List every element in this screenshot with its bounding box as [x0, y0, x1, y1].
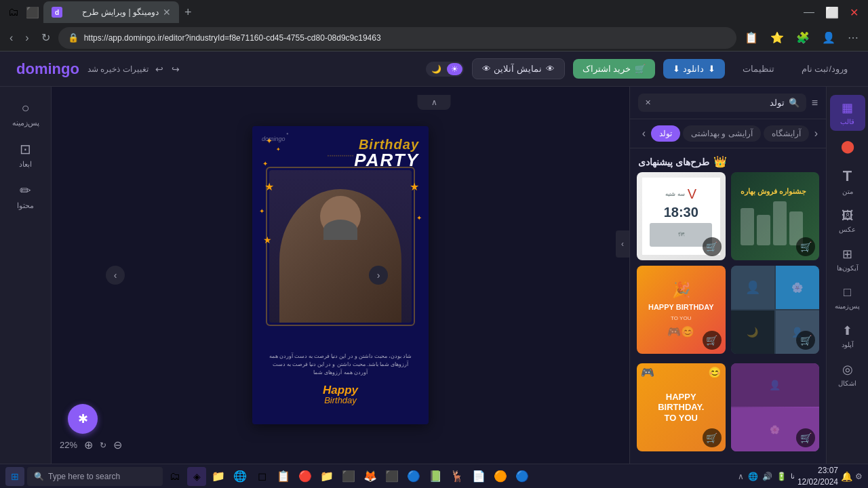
toolbar-background[interactable]: ○ پس‌زمینه [4, 95, 47, 133]
zoom-in-btn[interactable]: ⊕ [81, 437, 96, 453]
taskbar-icon-game[interactable]: 🔴 [296, 467, 315, 486]
tab-pinned-2[interactable]: ⬛ [24, 4, 41, 20]
template-card-4[interactable]: 👤 🌸 🌙 👤 🛒 [731, 266, 820, 354]
toolbar-content[interactable]: ✏ محتوا [4, 177, 47, 216]
toolbar-dimensions[interactable]: ⊡ ابعاد [4, 136, 47, 174]
new-tab-button[interactable]: + [182, 3, 195, 22]
taskbar-icon-terminal[interactable]: ⬛ [339, 467, 358, 486]
favorites-btn[interactable]: ⭐ [766, 28, 788, 47]
emoji-5b: 🎮 [641, 366, 654, 379]
right-item-photo-bg[interactable]: ⬤ [830, 134, 865, 159]
url-box[interactable]: 🔒 https://app.domingo.ir/editor?industry… [58, 27, 736, 49]
right-item-upload[interactable]: ⬆ آپلود [830, 318, 865, 354]
tray-battery[interactable]: 🔋 [776, 472, 787, 481]
right-item-shapes[interactable]: ◎ اشکال [830, 357, 865, 392]
share-btn[interactable]: 🛒 خرید اشتراک [573, 59, 656, 79]
cart-overlay-5[interactable]: 🛒 [703, 428, 722, 447]
maximize-btn[interactable]: ⬜ [821, 3, 843, 22]
template-card-2[interactable]: جشنواره فروش بهاره 🛒 [731, 172, 820, 260]
cart-overlay-3[interactable]: 🛒 [703, 331, 722, 350]
settings-btn[interactable]: تنظیمات [733, 59, 784, 79]
cart-overlay-2[interactable]: 🛒 [796, 237, 815, 256]
taskbar-icon-brave[interactable]: 🦌 [448, 467, 467, 486]
tray-lang[interactable]: نا [791, 472, 795, 480]
right-item-image[interactable]: 🖼 عکس [830, 203, 865, 239]
cat-nav-forward[interactable]: › [639, 125, 648, 142]
extensions-btn[interactable]: 🧩 [792, 28, 814, 47]
template-card-3[interactable]: 🎉 HAPPY BIRTHDAY TO YOU 😊🎮 🛒 [637, 266, 726, 354]
template-card-6[interactable]: 👤 🌸 🛒 [731, 363, 820, 451]
download-btn[interactable]: ⬇ دانلود ⬇ [663, 59, 725, 79]
tray-network[interactable]: 🌐 [748, 472, 758, 481]
filter-btn[interactable]: ≡ [812, 97, 818, 109]
right-item-background[interactable]: □ پس‌زمینه [830, 280, 865, 315]
tray-volume[interactable]: 🔊 [762, 472, 772, 481]
minimize-btn[interactable]: — [800, 3, 818, 21]
taskbar-icon-files[interactable]: 📁 [317, 467, 336, 486]
cat-tab-salon[interactable]: آرایشگاه [764, 125, 809, 142]
right-item-template[interactable]: ▦ قالب [830, 95, 865, 131]
content-icon: ✏ [20, 182, 31, 199]
preview-online-btn[interactable]: 👁 نمایش آنلاین 👁 [472, 58, 564, 79]
undo-btn[interactable]: ↩ [153, 61, 166, 77]
notification-btn[interactable]: 🔔 [841, 471, 852, 482]
taskbar-icon-edge2[interactable]: 🔵 [404, 467, 423, 486]
template-card-5[interactable]: 😊 🎮 HAPPYBIRTHDAY.TO YOU 🛒 [637, 363, 726, 451]
back-btn[interactable]: ‹ [5, 29, 17, 47]
dark-mode-toggle[interactable]: 🌙 ☀ [426, 62, 464, 77]
background-icon: ○ [21, 100, 29, 116]
sun-toggle[interactable]: ☀ [447, 63, 462, 75]
taskbar-icon-firefox[interactable]: 🦊 [361, 467, 380, 486]
start-button[interactable]: ⊞ [5, 467, 24, 486]
star-left-3: ★ [263, 235, 272, 245]
taskbar-icon-taskview[interactable]: 🗂 [165, 467, 184, 486]
settings-tray-btn[interactable]: ⚙ [855, 472, 863, 481]
taskbar-icon-torrent[interactable]: 🟠 [491, 467, 510, 486]
zoom-out-btn[interactable]: ⊖ [111, 437, 125, 453]
clear-search-icon[interactable]: ✕ [645, 98, 651, 107]
cat-tab-birthday[interactable]: تولد [651, 125, 680, 142]
zoom-spinner: ↻ [100, 441, 106, 450]
close-btn[interactable]: ✕ [846, 3, 863, 22]
taskbar-icon-chrome[interactable]: ⬛ [382, 467, 401, 486]
redo-btn[interactable]: ↪ [169, 61, 182, 77]
taskbar-icon-mail[interactable]: 📋 [274, 467, 293, 486]
tab-pinned[interactable]: 🗂 [5, 4, 22, 20]
taskbar-icon-copilot[interactable]: ◈ [187, 467, 206, 486]
moon-toggle[interactable]: 🌙 [427, 63, 446, 75]
tab-close-btn[interactable]: ✕ [163, 7, 171, 18]
cat-tab-beauty[interactable]: آرایشی و بهداشتی [683, 125, 761, 142]
vs-icon: V [688, 186, 696, 202]
taskbar-icon-explorer[interactable]: 📁 [209, 467, 228, 486]
tab-active[interactable]: d دومینگو | ویرایش طرح ✕ [43, 1, 179, 23]
edit-fab[interactable]: ✱ [68, 404, 98, 434]
background-label: پس‌زمینه [12, 119, 39, 127]
more-btn[interactable]: ⋯ [844, 28, 863, 47]
cart-overlay-4[interactable]: 🛒 [796, 331, 815, 350]
canvas-content[interactable]: ✦ ✦ ✦ ● domingo Birthday PARTY [252, 126, 429, 424]
login-btn[interactable]: ورود/ثبت نام [792, 59, 857, 79]
taskbar-icon-excel[interactable]: 📗 [426, 467, 445, 486]
cat-nav-back[interactable]: ‹ [812, 125, 821, 142]
cart-overlay-1[interactable]: 🛒 [703, 237, 722, 256]
taskbar-icon-doc[interactable]: 📄 [469, 467, 488, 486]
taskbar-icon-edge[interactable]: 🌐 [231, 467, 250, 486]
right-item-icons[interactable]: ⊞ آیکون‌ها [830, 241, 865, 277]
profile-btn[interactable]: 👤 [818, 28, 840, 47]
panel-collapse-top[interactable]: ∧ [418, 95, 451, 110]
taskbar-search[interactable]: 🔍 Type here to search [27, 467, 163, 486]
collapse-panel-btn[interactable]: ‹ [616, 230, 629, 258]
refresh-btn[interactable]: ↻ [37, 28, 54, 47]
right-item-text[interactable]: T متن [830, 162, 865, 201]
forward-btn[interactable]: › [21, 29, 33, 47]
taskbar-icon-store[interactable]: ◻ [252, 467, 271, 486]
tray-chevron[interactable]: ∧ [738, 472, 744, 481]
canvas-nav-left[interactable]: ‹ [106, 266, 125, 285]
canvas-nav-right[interactable]: › [369, 266, 388, 285]
sys-tray: ∧ 🌐 🔊 🔋 نا [738, 472, 795, 481]
template-card-1[interactable]: V سه شنبه 18:30 🗺 🛒 [637, 172, 726, 260]
add-to-collections-btn[interactable]: 📋 [741, 28, 762, 47]
cart-overlay-6[interactable]: 🛒 [796, 428, 815, 447]
taskbar-icon-word[interactable]: 🔵 [513, 467, 532, 486]
search-input[interactable] [655, 98, 785, 108]
